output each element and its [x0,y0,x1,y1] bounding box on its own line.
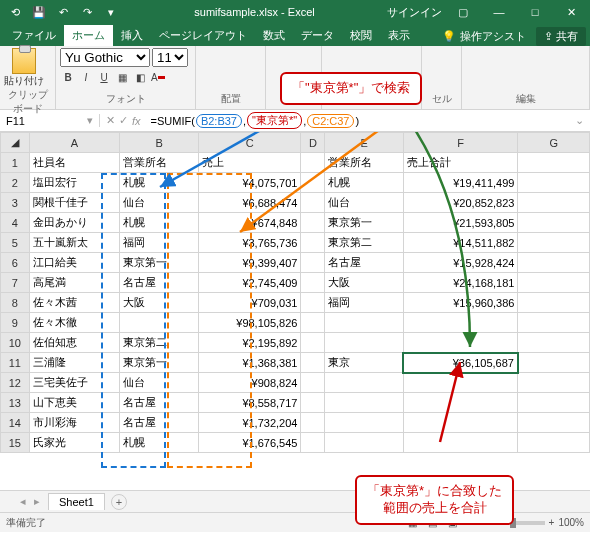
bold-button[interactable]: B [60,69,76,85]
cell[interactable]: 売上 [198,153,301,173]
italic-button[interactable]: I [78,69,94,85]
col-header[interactable]: C [198,133,301,153]
zoom-in[interactable]: + [549,517,555,528]
cell[interactable]: 札幌 [120,433,199,453]
cell[interactable]: 関根千佳子 [29,193,120,213]
sheet-tab[interactable]: Sheet1 [48,493,105,510]
cell[interactable] [301,353,325,373]
cell[interactable] [518,313,590,333]
font-name-select[interactable]: Yu Gothic [60,48,150,67]
zoom-level[interactable]: 100% [558,517,584,528]
cell[interactable] [518,373,590,393]
cell[interactable]: 東京第二 [325,233,404,253]
cell[interactable]: 氏家光 [29,433,120,453]
cell[interactable]: ¥3,765,736 [198,233,301,253]
cell[interactable]: 東京第二 [120,333,199,353]
cell[interactable]: ¥709,031 [198,293,301,313]
cell[interactable] [518,433,590,453]
cell[interactable] [301,213,325,233]
cell[interactable] [325,413,404,433]
cell[interactable]: 名古屋 [325,253,404,273]
col-header[interactable]: G [518,133,590,153]
qat-dropdown-icon[interactable]: ▾ [100,2,122,22]
cell[interactable]: 大阪 [325,273,404,293]
cell[interactable] [518,213,590,233]
cell[interactable]: 東京第一 [120,253,199,273]
cell[interactable]: 札幌 [120,213,199,233]
tell-me[interactable]: 操作アシスト [460,29,526,44]
cell[interactable]: 札幌 [325,173,404,193]
cell[interactable] [301,193,325,213]
row-header[interactable]: 14 [1,413,30,433]
col-header[interactable]: B [120,133,199,153]
cell[interactable] [325,333,404,353]
cell[interactable] [403,393,517,413]
cell[interactable] [301,333,325,353]
tab-review[interactable]: 校閲 [342,25,380,46]
cell[interactable]: 仙台 [120,193,199,213]
cell[interactable]: ¥24,168,181 [403,273,517,293]
cell[interactable] [403,313,517,333]
cell[interactable]: ¥6,688,474 [198,193,301,213]
save-icon[interactable]: 💾 [28,2,50,22]
cell[interactable] [518,293,590,313]
cell[interactable]: 東京 [325,353,404,373]
cell[interactable]: ¥9,399,407 [198,253,301,273]
share-button[interactable]: ⇪ 共有 [536,27,586,46]
cell[interactable] [325,433,404,453]
cell[interactable]: ¥98,105,826 [198,313,301,333]
maximize-icon[interactable]: □ [520,6,550,18]
tab-data[interactable]: データ [293,25,342,46]
cell[interactable]: ¥14,511,882 [403,233,517,253]
row-header[interactable]: 4 [1,213,30,233]
cell[interactable]: ¥20,852,823 [403,193,517,213]
paste-button[interactable]: 貼り付け [4,48,44,88]
cell[interactable]: 名古屋 [120,393,199,413]
cell[interactable]: ¥19,411,499 [403,173,517,193]
cell[interactable]: 金田あかり [29,213,120,233]
cell[interactable]: ¥21,593,805 [403,213,517,233]
cell[interactable] [301,393,325,413]
cell[interactable]: 仙台 [120,373,199,393]
cell[interactable]: ¥908,824 [198,373,301,393]
cell[interactable] [325,393,404,413]
tab-formulas[interactable]: 数式 [255,25,293,46]
row-header[interactable]: 13 [1,393,30,413]
cell[interactable] [518,413,590,433]
cell[interactable]: 佐々木茜 [29,293,120,313]
cell[interactable]: ¥2,745,409 [198,273,301,293]
cell[interactable]: 社員名 [29,153,120,173]
cell[interactable]: 三浦隆 [29,353,120,373]
ribbon-display-icon[interactable]: ▢ [448,6,478,19]
redo-icon[interactable]: ↷ [76,2,98,22]
tab-view[interactable]: 表示 [380,25,418,46]
sheet-nav-next[interactable]: ▸ [34,495,40,508]
cell[interactable]: 営業所名 [120,153,199,173]
row-header[interactable]: 10 [1,333,30,353]
row-header[interactable]: 5 [1,233,30,253]
cell[interactable] [403,333,517,353]
cell[interactable]: ¥15,928,424 [403,253,517,273]
tab-insert[interactable]: 挿入 [113,25,151,46]
cell[interactable]: 江口給美 [29,253,120,273]
cell[interactable]: ¥1,368,381 [198,353,301,373]
undo-icon[interactable]: ↶ [52,2,74,22]
col-header[interactable]: A [29,133,120,153]
cell[interactable] [518,253,590,273]
cell[interactable] [518,193,590,213]
cell[interactable] [403,433,517,453]
cell[interactable]: 営業所名 [325,153,404,173]
col-header[interactable]: E [325,133,404,153]
cancel-icon[interactable]: ✕ [106,114,115,127]
cell[interactable]: 売上合計 [403,153,517,173]
minimize-icon[interactable]: — [484,6,514,18]
cell[interactable]: 仙台 [325,193,404,213]
cell[interactable]: 塩田宏行 [29,173,120,193]
fill-color-button[interactable]: ◧ [132,69,148,85]
autosave-icon[interactable]: ⟲ [4,2,26,22]
row-header[interactable]: 2 [1,173,30,193]
row-header[interactable]: 15 [1,433,30,453]
cell[interactable]: 東京第一 [325,213,404,233]
cell[interactable]: 札幌 [120,173,199,193]
row-header[interactable]: 12 [1,373,30,393]
